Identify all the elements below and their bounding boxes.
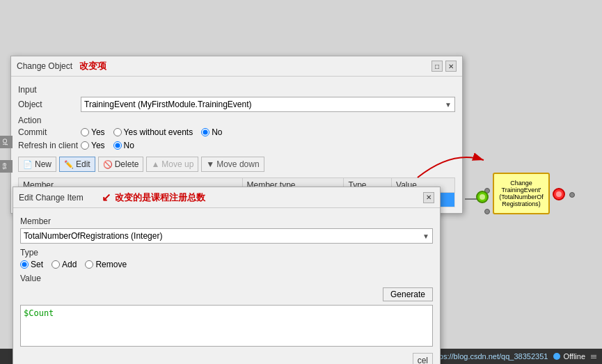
move-up-button[interactable]: ▲ Move up bbox=[146, 157, 198, 172]
type-remove[interactable]: Remove bbox=[85, 260, 127, 269]
delete-button[interactable]: 🚫 Delete bbox=[98, 157, 144, 172]
type-set[interactable]: Set bbox=[20, 260, 43, 269]
commit-label: Commit bbox=[18, 127, 81, 137]
side-panel: Of bbox=[0, 136, 13, 148]
dialog-main-title: Change Object bbox=[17, 61, 72, 71]
move-down-button[interactable]: ▼ Move down bbox=[201, 157, 264, 172]
object-label: Object bbox=[18, 100, 81, 109]
input-section-label: Input bbox=[18, 85, 455, 95]
edit-dialog-title: Edit Change Item bbox=[19, 193, 84, 203]
resize-line1 bbox=[591, 355, 596, 356]
refresh-row: Refresh in client Yes No bbox=[18, 141, 455, 150]
offline-label: Offline bbox=[563, 352, 585, 361]
side-panel-label2: es bbox=[1, 163, 8, 170]
move-up-icon: ▲ bbox=[151, 159, 159, 169]
edit-change-item-dialog: Edit Change Item ↙ 改变的是课程注册总数 ✕ Member T… bbox=[13, 187, 441, 364]
edit-icon: ✏️ bbox=[64, 160, 74, 169]
flow-end-inner bbox=[556, 191, 562, 197]
close-button-main[interactable]: ✕ bbox=[445, 61, 457, 72]
edit-dialog-titlebar: Edit Change Item ↙ 改变的是课程注册总数 ✕ bbox=[13, 187, 440, 208]
member-dropdown-value: TotalNumberOfRegistrations (Integer) bbox=[24, 231, 162, 241]
flow-connector-dot-right bbox=[569, 192, 575, 198]
commit-row: Commit Yes Yes without events No bbox=[18, 127, 455, 137]
type-add-label: Add bbox=[62, 260, 77, 269]
annotation-chinese: 改变的是课程注册总数 bbox=[115, 191, 205, 204]
refresh-yes[interactable]: Yes bbox=[81, 141, 105, 150]
commit-yes[interactable]: Yes bbox=[81, 127, 105, 137]
commit-no[interactable]: No bbox=[201, 127, 222, 137]
object-row: Object TrainingEvent (MyFirstModule.Trai… bbox=[18, 97, 455, 112]
refresh-no[interactable]: No bbox=[113, 141, 134, 150]
flow-end-circle bbox=[553, 188, 565, 200]
commit-yes-no-events-label: Yes without events bbox=[124, 127, 193, 137]
new-label: New bbox=[35, 159, 52, 169]
offline-indicator bbox=[553, 353, 560, 360]
member-dropdown-arrow: ▼ bbox=[422, 232, 429, 240]
resize-line3 bbox=[591, 358, 596, 358]
edit-title-area: Edit Change Item ↙ 改变的是课程注册总数 bbox=[19, 191, 205, 204]
object-dropdown-arrow: ▼ bbox=[445, 101, 452, 109]
resize-line2 bbox=[591, 356, 596, 357]
value-textarea[interactable]: $Count bbox=[20, 305, 433, 347]
dialog-main-title-chinese: 改变项 bbox=[79, 60, 106, 72]
flow-box[interactable]: Change TrainingEvent' (TotalNumberOf Reg… bbox=[493, 173, 550, 214]
delete-icon: 🚫 bbox=[103, 160, 113, 169]
dialog-main-titlebar: Change Object 改变项 □ ✕ bbox=[11, 56, 462, 77]
move-up-label: Move up bbox=[161, 159, 193, 169]
annotation-arrow-icon: ↙ bbox=[102, 191, 111, 204]
commit-radio-group: Yes Yes without events No bbox=[81, 127, 223, 137]
type-set-label: Set bbox=[31, 260, 43, 269]
edit-dialog-controls: ✕ bbox=[423, 192, 434, 203]
side-panel2: es bbox=[0, 160, 13, 173]
status-url: https://blog.csdn.net/qq_38352351 bbox=[431, 352, 548, 361]
commit-yes-label: Yes bbox=[91, 127, 105, 137]
flow-diagram: Change TrainingEvent' (TotalNumberOf Reg… bbox=[493, 173, 550, 214]
new-icon: 📄 bbox=[23, 160, 33, 169]
commit-yes-no-events[interactable]: Yes without events bbox=[113, 127, 193, 137]
offline-status: Offline bbox=[553, 352, 585, 361]
member-section-label: Member bbox=[20, 216, 433, 226]
close-button-edit[interactable]: ✕ bbox=[423, 192, 434, 203]
generate-button[interactable]: Generate bbox=[383, 287, 433, 301]
dialog-main-controls: □ ✕ bbox=[431, 61, 457, 72]
dialog-main-title-area: Change Object 改变项 bbox=[17, 60, 106, 72]
commit-no-label: No bbox=[212, 127, 222, 137]
edit-dialog-footer: cel bbox=[20, 353, 433, 364]
resize-handle[interactable] bbox=[591, 355, 596, 358]
refresh-yes-label: Yes bbox=[91, 141, 105, 150]
table-toolbar: 📄 New ✏️ Edit 🚫 Delete ▲ Move up ▼ Move … bbox=[18, 154, 455, 175]
value-section-label: Value bbox=[20, 274, 433, 283]
type-remove-label: Remove bbox=[95, 260, 127, 269]
flow-start-inner bbox=[480, 194, 485, 200]
edit-button[interactable]: ✏️ Edit bbox=[59, 157, 95, 172]
value-section: Value Generate $Count bbox=[20, 274, 433, 349]
cancel-button[interactable]: cel bbox=[413, 353, 433, 364]
minimize-button[interactable]: □ bbox=[431, 61, 443, 72]
edit-dialog-body: Member TotalNumberOfRegistrations (Integ… bbox=[13, 208, 440, 364]
side-panel-label1: Of bbox=[1, 139, 8, 145]
type-section-label: Type bbox=[20, 248, 433, 258]
object-value: TrainingEvent (MyFirstModule.TrainingEve… bbox=[84, 100, 252, 109]
move-down-label: Move down bbox=[216, 159, 259, 169]
refresh-radio-group: Yes No bbox=[81, 141, 134, 150]
delete-label: Delete bbox=[115, 159, 139, 169]
flow-box-label: Change TrainingEvent' (TotalNumberOf Reg… bbox=[498, 180, 544, 207]
member-dropdown[interactable]: TotalNumberOfRegistrations (Integer) ▼ bbox=[20, 228, 433, 244]
edit-label: Edit bbox=[76, 159, 90, 169]
move-down-icon: ▼ bbox=[206, 159, 214, 169]
type-radio-group: Set Add Remove bbox=[20, 260, 433, 269]
annotation-area: ↙ 改变的是课程注册总数 bbox=[102, 191, 205, 204]
flow-start-circle bbox=[476, 191, 489, 203]
action-section-label: Action bbox=[18, 116, 455, 125]
type-add[interactable]: Add bbox=[52, 260, 77, 269]
refresh-no-label: No bbox=[124, 141, 134, 150]
refresh-label: Refresh in client bbox=[18, 141, 81, 150]
object-dropdown[interactable]: TrainingEvent (MyFirstModule.TrainingEve… bbox=[81, 97, 455, 112]
new-button[interactable]: 📄 New bbox=[18, 157, 56, 172]
generate-row: Generate bbox=[20, 285, 433, 301]
